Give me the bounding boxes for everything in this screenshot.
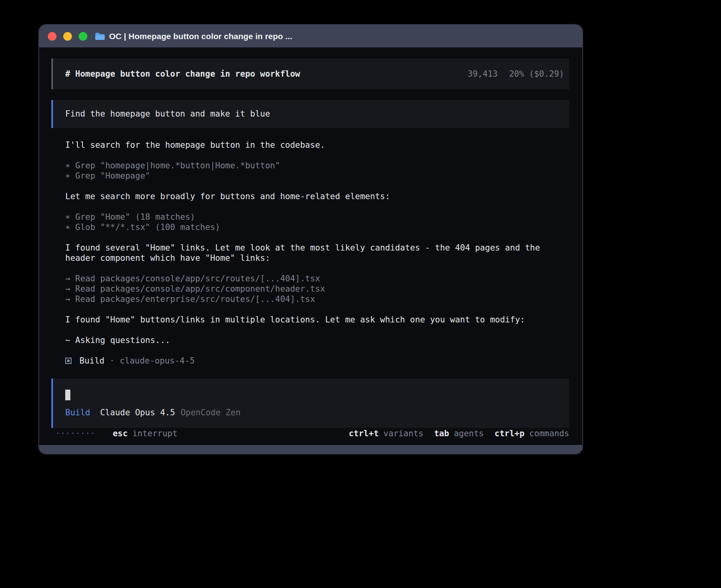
agent-icon [65,358,72,364]
window-bottom-edge [39,445,582,454]
status-bar-right: ctrl+tvariants tabagents ctrl+pcommands [349,428,569,439]
prompt-input[interactable]: Build Claude Opus 4.5 OpenCode Zen [51,379,569,428]
token-count: 39,413 [468,69,498,79]
blank-line [65,232,569,243]
hint-key: ctrl+t [349,429,379,438]
tool-call-read: → Read packages/console/app/src/routes/[… [65,273,569,284]
hint-agents: tabagents [434,428,484,439]
tool-call-read: → Read packages/console/app/src/componen… [65,284,569,294]
hint-label: agents [454,429,484,438]
blank-line [65,345,569,356]
assistant-text: Let me search more broadly for buttons a… [65,191,569,202]
assistant-text: I found several "Home" links. Let me loo… [65,243,569,263]
session-header: # Homepage button color change in repo w… [51,58,569,89]
assistant-text: I'll search for the homepage button in t… [65,140,569,150]
blank-line [65,325,569,335]
input-agent-label[interactable]: Build [65,407,90,418]
zoom-button[interactable] [79,32,87,41]
status-bar-left: ········ escinterrupt [55,428,177,439]
separator-dot: · [109,356,115,366]
hint-label: variants [383,429,423,438]
hint-key: ctrl+p [495,429,525,438]
minimize-button[interactable] [63,32,72,41]
blank-line [65,202,569,212]
status-text: ~ Asking questions... [65,335,569,345]
hint-interrupt: escinterrupt [113,428,177,439]
session-stats: 39,413 20% ($0.29) [468,69,564,79]
hint-key: esc [113,429,128,438]
input-meta: Build Claude Opus 4.5 OpenCode Zen [65,407,557,418]
tool-call-grep: ∗ Grep "Home" (18 matches) [65,212,569,222]
context-usage: 20% ($0.29) [509,69,564,79]
text-cursor [65,390,70,400]
hint-commands: ctrl+pcommands [495,428,569,439]
session-title: # Homepage button color change in repo w… [65,69,300,79]
blank-line [65,304,569,315]
status-bar: ········ escinterrupt ctrl+tvariants tab… [51,428,569,439]
tool-call-grep: ∗ Grep "Homepage" [65,171,569,181]
blank-line [65,181,569,191]
tool-call-glob: ∗ Glob "**/*.tsx" (100 matches) [65,222,569,232]
assistant-text: I found "Home" buttons/links in multiple… [65,315,569,325]
working-spinner: ········ [55,428,95,439]
user-message-text: Find the homepage button and make it blu… [65,109,270,119]
close-button[interactable] [48,32,57,41]
terminal-window: OC | Homepage button color change in rep… [39,25,582,454]
agent-status: Build · claude-opus-4-5 [51,356,569,366]
agent-model: claude-opus-4-5 [120,356,195,366]
traffic-lights [48,32,87,41]
hint-key: tab [434,429,449,438]
tool-call-grep: ∗ Grep "homepage|home.*button|Home.*butt… [65,160,569,171]
window-titlebar[interactable]: OC | Homepage button color change in rep… [39,25,582,47]
input-provider-label: OpenCode Zen [181,407,241,418]
tool-call-read: → Read packages/enterprise/src/routes/[.… [65,294,569,304]
folder-icon [95,32,105,40]
hint-label: commands [529,429,569,438]
terminal-content: # Homepage button color change in repo w… [39,47,582,445]
agent-name: Build [79,356,104,366]
blank-line [65,263,569,273]
blank-line [65,150,569,160]
transcript: I'll search for the homepage button in t… [51,140,569,356]
desktop: { "window": { "title": "OC | Homepage bu… [0,0,721,588]
hint-variants: ctrl+tvariants [349,428,423,439]
window-title: OC | Homepage button color change in rep… [109,32,292,41]
hint-label: interrupt [132,429,177,438]
user-message: Find the homepage button and make it blu… [51,100,569,128]
input-model-label: Claude Opus 4.5 [100,407,175,418]
